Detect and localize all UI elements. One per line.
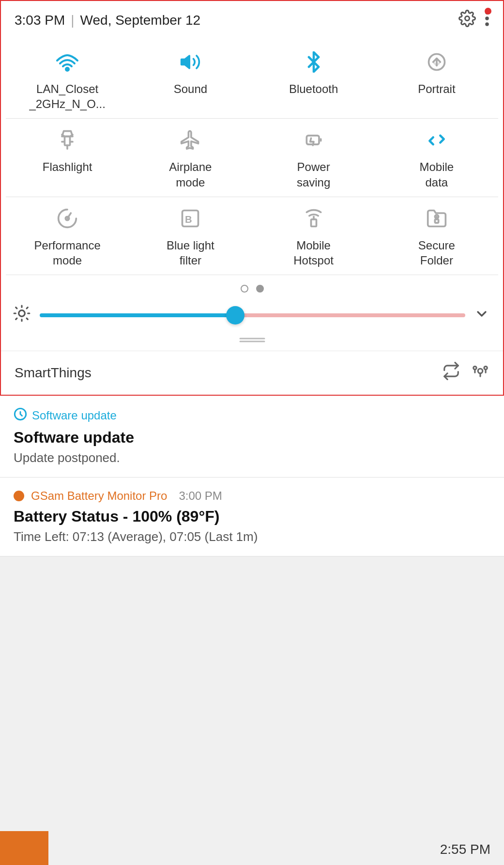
tile-wifi[interactable]: LAN_Closet_2GHz_N_O... xyxy=(6,41,129,119)
tile-bluelight[interactable]: B Blue lightfilter xyxy=(129,197,252,275)
svg-point-14 xyxy=(19,310,25,317)
bluetooth-icon xyxy=(302,49,325,75)
status-date: Wed, September 12 xyxy=(80,13,201,28)
sound-icon xyxy=(179,49,202,75)
tile-performance-label: Performancemode xyxy=(34,238,100,268)
drag-handle[interactable] xyxy=(1,331,503,351)
tile-airplane[interactable]: Airplanemode xyxy=(129,119,252,197)
smartthings-label: SmartThings xyxy=(15,365,92,381)
tile-bluelight-label: Blue lightfilter xyxy=(167,238,214,268)
notification-gsam-battery[interactable]: GSam Battery Monitor Pro 3:00 PM Battery… xyxy=(0,478,504,556)
bottom-time: 2:55 PM xyxy=(440,842,490,857)
bottom-bar: 2:55 PM xyxy=(0,831,504,865)
notification-software-update[interactable]: Software update Software update Update p… xyxy=(0,396,504,478)
page-dot-1[interactable] xyxy=(241,285,248,293)
tile-wifi-label: LAN_Closet_2GHz_N_O... xyxy=(29,81,105,111)
svg-rect-11 xyxy=(311,219,316,227)
notif-software-header: Software update xyxy=(14,407,490,424)
airplane-icon xyxy=(179,127,202,153)
software-update-body: Update postponed. xyxy=(14,450,490,465)
bottom-orange-bar xyxy=(0,831,48,865)
tile-securefolder[interactable]: SecureFolder xyxy=(375,197,498,275)
tile-mobiledata-label: Mobiledata xyxy=(420,159,454,189)
status-sep: | xyxy=(71,13,74,28)
portrait-icon xyxy=(425,49,448,75)
svg-rect-6 xyxy=(65,137,70,145)
performance-icon xyxy=(56,206,79,231)
tile-bluetooth-label: Bluetooth xyxy=(289,81,338,110)
software-update-app-name: Software update xyxy=(32,409,117,422)
smartthings-icons xyxy=(442,362,489,384)
smartthings-share-icon[interactable] xyxy=(442,362,460,384)
securefolder-icon xyxy=(425,206,448,231)
overflow-menu-icon[interactable] xyxy=(485,10,489,31)
mobiledata-icon xyxy=(425,127,448,153)
tile-performance[interactable]: Performancemode xyxy=(6,197,129,275)
tile-sound-label: Sound xyxy=(174,81,207,110)
gsam-body: Time Left: 07:13 (Average), 07:05 (Last … xyxy=(14,529,490,544)
brightness-icon xyxy=(13,304,31,326)
tile-portrait-label: Portrait xyxy=(418,81,455,110)
slider-track xyxy=(40,313,465,317)
gsam-app-icon xyxy=(14,491,24,501)
svg-marker-5 xyxy=(182,56,190,68)
bluelight-icon: B xyxy=(179,206,202,231)
brightness-expand-icon[interactable] xyxy=(474,306,489,325)
svg-point-0 xyxy=(465,16,470,21)
hotspot-icon xyxy=(302,206,325,231)
svg-point-4 xyxy=(66,68,69,71)
notif-gsam-header: GSam Battery Monitor Pro 3:00 PM xyxy=(14,489,490,503)
tile-bluetooth[interactable]: Bluetooth xyxy=(252,41,375,119)
software-update-title: Software update xyxy=(14,429,490,447)
tile-airplane-label: Airplanemode xyxy=(169,159,212,189)
notifications-area: Software update Software update Update p… xyxy=(0,396,504,556)
status-bar: 3:03 PM | Wed, September 12 xyxy=(1,1,503,36)
smartthings-settings-icon[interactable] xyxy=(471,362,489,384)
status-right xyxy=(458,10,489,31)
gsam-title: Battery Status - 100% (89°F) xyxy=(14,508,490,525)
svg-point-2 xyxy=(485,16,489,20)
software-update-icon xyxy=(14,407,27,424)
svg-point-3 xyxy=(485,22,489,26)
wifi-icon xyxy=(56,49,79,75)
brightness-slider[interactable] xyxy=(40,309,465,322)
gsam-app-name: GSam Battery Monitor Pro xyxy=(31,489,167,503)
tile-powersaving[interactable]: Powersaving xyxy=(252,119,375,197)
tile-hotspot-label: MobileHotspot xyxy=(293,238,334,268)
brightness-row xyxy=(1,299,503,331)
quick-settings-panel: 3:03 PM | Wed, September 12 xyxy=(0,0,504,396)
tile-powersaving-label: Powersaving xyxy=(297,159,330,189)
tile-hotspot[interactable]: MobileHotspot xyxy=(252,197,375,275)
tiles-grid: LAN_Closet_2GHz_N_O... Sound Bluetooth xyxy=(1,36,503,275)
notification-badge xyxy=(485,8,491,15)
svg-text:B: B xyxy=(185,214,192,225)
status-time: 3:03 PM xyxy=(15,13,65,28)
tile-flashlight[interactable]: Flashlight xyxy=(6,119,129,197)
smartthings-row: SmartThings xyxy=(1,351,503,395)
page-dot-2[interactable] xyxy=(256,285,264,293)
gsam-time: 3:00 PM xyxy=(179,489,222,503)
page-dots xyxy=(1,275,503,299)
flashlight-icon xyxy=(56,127,79,153)
tile-flashlight-label: Flashlight xyxy=(43,159,92,188)
tile-securefolder-label: SecureFolder xyxy=(418,238,455,268)
slider-thumb[interactable] xyxy=(226,306,244,324)
tile-mobiledata[interactable]: Mobiledata xyxy=(375,119,498,197)
settings-icon[interactable] xyxy=(458,10,476,31)
powersaving-icon xyxy=(302,127,325,153)
tile-portrait[interactable]: Portrait xyxy=(375,41,498,119)
tile-sound[interactable]: Sound xyxy=(129,41,252,119)
status-left: 3:03 PM | Wed, September 12 xyxy=(15,13,200,28)
